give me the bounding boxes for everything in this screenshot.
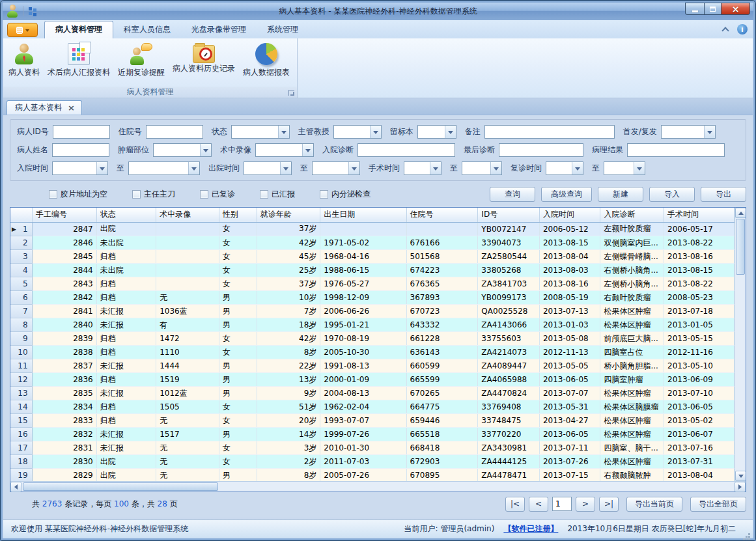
- checkbox-reported[interactable]: 已汇报: [260, 189, 295, 200]
- cell[interactable]: 2013-08-22: [664, 236, 735, 250]
- column-header-1[interactable]: 手工编号: [33, 208, 97, 222]
- scroll-left-icon[interactable]: [10, 482, 21, 492]
- cell[interactable]: 2011-07-03: [320, 455, 406, 469]
- cell[interactable]: 2013-07-18: [664, 305, 735, 318]
- cell[interactable]: 2847: [33, 222, 97, 236]
- cell[interactable]: 松果体区肿瘤: [600, 428, 664, 441]
- row-number-cell[interactable]: 19: [10, 469, 33, 482]
- table-row[interactable]: 162832未汇报1517男14岁1999-07-266655183377022…: [10, 428, 735, 441]
- cell[interactable]: 2013-08-04: [664, 469, 735, 482]
- cell[interactable]: YB0099173: [478, 291, 540, 305]
- cell[interactable]: 2844: [33, 264, 97, 277]
- prev-page-button[interactable]: <: [529, 497, 548, 512]
- new-button[interactable]: 新建: [598, 187, 643, 202]
- cell[interactable]: [156, 236, 219, 250]
- checkbox-film-address-empty[interactable]: 胶片地址为空: [49, 189, 107, 200]
- column-header-9[interactable]: 入院时间: [539, 208, 600, 222]
- cell[interactable]: 2837: [33, 359, 97, 373]
- cell[interactable]: 2013-06-09: [664, 373, 735, 387]
- cell[interactable]: 42岁: [257, 236, 320, 250]
- cell[interactable]: 2006-05-12: [539, 222, 600, 236]
- cell[interactable]: 归档: [96, 346, 156, 359]
- cell[interactable]: 1999-07-26: [320, 428, 406, 441]
- cell[interactable]: 643332: [406, 318, 478, 332]
- cell[interactable]: 1036蓝: [156, 305, 219, 318]
- cell[interactable]: 2013-07-13: [539, 305, 600, 318]
- cell[interactable]: 男: [219, 305, 257, 318]
- cell[interactable]: 33770220: [478, 428, 540, 441]
- cell[interactable]: 男: [219, 428, 257, 441]
- cell[interactable]: 2840: [33, 318, 97, 332]
- cell[interactable]: 2岁: [257, 455, 320, 469]
- admission-time-to-combo[interactable]: [128, 161, 200, 175]
- status-combo[interactable]: [231, 125, 290, 139]
- cell[interactable]: [156, 222, 219, 236]
- cell[interactable]: 2013-07-26: [539, 455, 600, 469]
- row-number-cell[interactable]: 11: [10, 359, 33, 373]
- cell[interactable]: 归档: [96, 373, 156, 387]
- export-current-page-button[interactable]: 导出当前页: [626, 497, 682, 512]
- row-number-cell[interactable]: 16: [10, 428, 33, 441]
- cell[interactable]: 1110: [156, 346, 219, 359]
- cell[interactable]: 2846: [33, 236, 97, 250]
- cell[interactable]: 22岁: [257, 359, 320, 373]
- cell[interactable]: 松果体区肿瘤: [600, 387, 664, 400]
- pathology-result-input[interactable]: [627, 143, 725, 157]
- export-all-pages-button[interactable]: 导出全部页: [690, 497, 746, 512]
- cell[interactable]: 14岁: [257, 428, 320, 441]
- cell[interactable]: [156, 250, 219, 264]
- column-header-7[interactable]: 住院号: [406, 208, 478, 222]
- chevron-down-icon[interactable]: [370, 126, 381, 138]
- chevron-down-icon[interactable]: [704, 126, 715, 138]
- cell[interactable]: 2834: [33, 400, 97, 414]
- cell[interactable]: 2004-08-13: [320, 387, 406, 400]
- cell[interactable]: 1444: [156, 359, 219, 373]
- minimize-button[interactable]: [685, 3, 704, 15]
- cell[interactable]: 女: [219, 222, 257, 236]
- cell[interactable]: 男: [219, 318, 257, 332]
- cell[interactable]: 3岁: [257, 441, 320, 455]
- chevron-down-icon[interactable]: [278, 126, 289, 138]
- row-number-cell[interactable]: 18: [10, 455, 33, 469]
- cell[interactable]: 无: [156, 414, 219, 428]
- vertical-scroll-track[interactable]: [735, 275, 746, 471]
- cell[interactable]: 1976-05-27: [320, 277, 406, 291]
- cell[interactable]: 2006-05-17: [664, 222, 735, 236]
- cell[interactable]: 2013-08-16: [664, 250, 735, 264]
- cell[interactable]: 13岁: [257, 373, 320, 387]
- cell[interactable]: 2833: [33, 414, 97, 428]
- horizontal-scrollbar[interactable]: [10, 481, 746, 492]
- cell[interactable]: 2013-01-05: [664, 318, 735, 332]
- cell[interactable]: 665599: [406, 373, 478, 387]
- cell[interactable]: 665518: [406, 428, 478, 441]
- column-header-0[interactable]: [10, 208, 33, 222]
- cell[interactable]: 8岁: [257, 469, 320, 482]
- cell[interactable]: 37岁: [257, 277, 320, 291]
- cell[interactable]: 右侧桥小脑角...: [600, 264, 664, 277]
- cell[interactable]: 660599: [406, 359, 478, 373]
- patient-name-input[interactable]: [52, 143, 109, 157]
- cell[interactable]: 10岁: [257, 291, 320, 305]
- chevron-down-icon[interactable]: [348, 162, 359, 174]
- cell[interactable]: [320, 222, 406, 236]
- chevron-down-icon[interactable]: [572, 162, 583, 174]
- cell[interactable]: 2005-10-30: [320, 346, 406, 359]
- checkbox-box-icon[interactable]: [320, 190, 328, 199]
- chevron-down-icon[interactable]: [634, 162, 645, 174]
- cell[interactable]: 2013-07-11: [539, 441, 600, 455]
- cell[interactable]: 2013-06-05: [664, 400, 735, 414]
- discharge-time-from-combo[interactable]: [244, 161, 292, 175]
- row-number-cell[interactable]: 12: [10, 373, 33, 387]
- cell[interactable]: 1988-06-15: [320, 264, 406, 277]
- checkbox-endocrine-exam[interactable]: 内分泌检查: [320, 189, 371, 200]
- maximize-button[interactable]: [704, 3, 721, 15]
- cell[interactable]: 四脑室肿瘤: [600, 373, 664, 387]
- cell[interactable]: 672903: [406, 455, 478, 469]
- surgery-video-combo[interactable]: [255, 143, 314, 157]
- checkbox-box-icon[interactable]: [200, 190, 208, 199]
- cell[interactable]: 1970-08-19: [320, 332, 406, 346]
- row-number-cell[interactable]: 5: [10, 277, 33, 291]
- cell[interactable]: 1968-04-16: [320, 250, 406, 264]
- cell[interactable]: 1012蓝: [156, 387, 219, 400]
- cell[interactable]: 2835: [33, 387, 97, 400]
